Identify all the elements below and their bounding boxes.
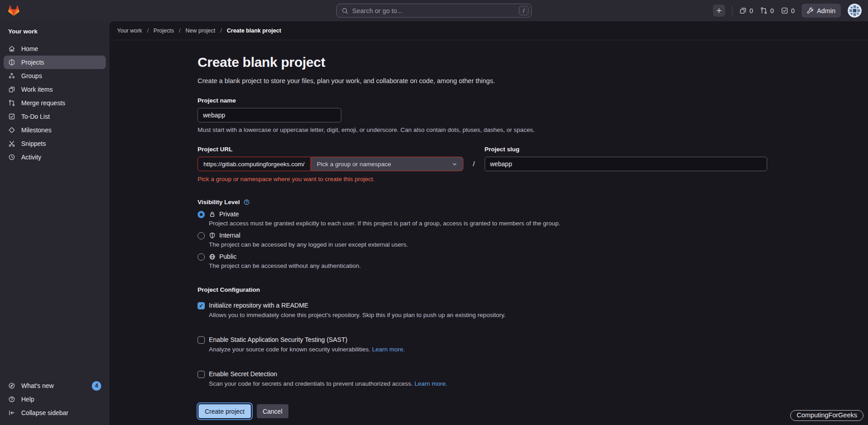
collapse-sidebar-label: Collapse sidebar bbox=[21, 409, 68, 416]
user-avatar[interactable] bbox=[848, 4, 862, 18]
project-url-label: Project URL bbox=[198, 146, 463, 153]
visibility-option-internal: Internal The project can be accessed by … bbox=[198, 232, 797, 248]
private-label-text: Private bbox=[219, 210, 239, 218]
breadcrumb-new-project[interactable]: New project bbox=[185, 28, 215, 34]
breadcrumb-current: Create blank project bbox=[227, 28, 281, 34]
readme-option-label[interactable]: Initialize repository with a README bbox=[209, 302, 797, 309]
project-url-group: Project URL https://gitlab.computingforg… bbox=[198, 146, 463, 171]
private-radio[interactable] bbox=[198, 211, 205, 218]
visibility-label-text: Visibility Level bbox=[198, 199, 240, 205]
breadcrumb-your-work[interactable]: Your work bbox=[117, 28, 142, 34]
sast-checkbox[interactable] bbox=[198, 336, 205, 344]
sidebar-item-todo-list[interactable]: To-Do List bbox=[4, 110, 106, 123]
admin-button[interactable]: Admin bbox=[802, 4, 841, 18]
sidebar-item-activity[interactable]: Activity bbox=[4, 150, 106, 164]
cancel-button[interactable]: Cancel bbox=[257, 404, 288, 418]
whats-new-button[interactable]: What's new 4 bbox=[4, 379, 106, 392]
collapse-sidebar-icon bbox=[8, 409, 15, 416]
secret-detection-learn-more-link[interactable]: Learn more. bbox=[415, 380, 448, 387]
groups-icon bbox=[8, 72, 15, 79]
merge-requests-count: 0 bbox=[770, 7, 774, 14]
sidebar-context-title[interactable]: Your work bbox=[0, 21, 109, 40]
watermark-badge: ComputingForGeeks bbox=[790, 410, 863, 421]
config-option-readme: Initialize repository with a README Allo… bbox=[198, 302, 797, 318]
sidebar-item-label: Home bbox=[21, 45, 38, 52]
globe-icon bbox=[209, 253, 216, 260]
internal-option-label[interactable]: Internal bbox=[209, 232, 797, 239]
namespace-dropdown-placeholder: Pick a group or namespace bbox=[317, 161, 391, 168]
sidebar-footer: What's new 4 Help Collapse sidebar bbox=[0, 379, 109, 425]
issues-icon bbox=[739, 7, 747, 14]
sidebar-nav: Home Projects Groups Work items Merge re… bbox=[0, 40, 109, 166]
sidebar-item-snippets[interactable]: Snippets bbox=[4, 137, 106, 150]
top-bar: / 0 0 0 bbox=[0, 0, 868, 21]
create-project-button[interactable]: Create project bbox=[198, 404, 251, 418]
merge-request-icon bbox=[8, 99, 15, 107]
config-option-sast: Enable Static Application Security Testi… bbox=[198, 336, 797, 353]
todo-icon bbox=[8, 113, 15, 120]
configuration-section: Project Configuration Initialize reposit… bbox=[198, 286, 797, 387]
breadcrumb-separator: / bbox=[147, 28, 148, 34]
help-question-icon[interactable] bbox=[243, 199, 250, 205]
collapse-sidebar-button[interactable]: Collapse sidebar bbox=[4, 406, 106, 420]
secret-detection-label-text: Enable Secret Detection bbox=[209, 370, 277, 378]
internal-radio[interactable] bbox=[198, 232, 205, 239]
public-label-text: Public bbox=[219, 253, 236, 260]
sast-learn-more-link[interactable]: Learn more. bbox=[372, 346, 405, 353]
create-new-button[interactable] bbox=[713, 5, 725, 17]
page-title: Create blank project bbox=[198, 55, 797, 70]
sidebar-item-merge-requests[interactable]: Merge requests bbox=[4, 96, 106, 110]
sast-desc-text: Analyze your source code for known secur… bbox=[209, 346, 370, 353]
issues-counter[interactable]: 0 bbox=[739, 7, 753, 14]
project-slug-input[interactable] bbox=[485, 157, 767, 171]
readme-checkbox[interactable] bbox=[198, 302, 205, 309]
namespace-dropdown[interactable]: Pick a group or namespace bbox=[311, 157, 463, 171]
chevron-down-icon bbox=[452, 161, 458, 167]
sidebar-item-home[interactable]: Home bbox=[4, 42, 106, 56]
sidebar-item-label: Projects bbox=[21, 59, 44, 66]
project-name-input[interactable] bbox=[198, 108, 341, 122]
visibility-option-public: Public The project can be accessed witho… bbox=[198, 253, 797, 269]
secret-detection-checkbox[interactable] bbox=[198, 371, 205, 378]
public-option-label[interactable]: Public bbox=[209, 253, 797, 260]
help-button[interactable]: Help bbox=[4, 392, 106, 406]
global-search[interactable]: / bbox=[336, 4, 532, 18]
sidebar-item-projects[interactable]: Projects bbox=[4, 56, 106, 69]
private-option-label[interactable]: Private bbox=[209, 210, 797, 218]
topbar-divider bbox=[732, 6, 732, 16]
gitlab-logo[interactable] bbox=[6, 4, 21, 18]
todo-icon bbox=[781, 7, 788, 14]
issues-count: 0 bbox=[750, 7, 753, 14]
secret-detection-desc-text: Scan your code for secrets and credentia… bbox=[209, 380, 413, 387]
internal-label-text: Internal bbox=[219, 232, 241, 239]
whats-new-label: What's new bbox=[21, 382, 54, 389]
admin-label: Admin bbox=[817, 7, 835, 14]
project-slug-group: Project slug bbox=[485, 146, 767, 171]
question-icon bbox=[8, 396, 15, 403]
configuration-label: Project Configuration bbox=[198, 286, 797, 293]
sidebar: Your work Home Projects Groups Work item… bbox=[0, 21, 109, 425]
visibility-option-private: Private Project access must be granted e… bbox=[198, 210, 797, 227]
form-actions: Create project Cancel bbox=[198, 404, 797, 418]
lock-icon bbox=[209, 211, 216, 218]
sidebar-item-label: To-Do List bbox=[21, 113, 50, 120]
breadcrumb-projects[interactable]: Projects bbox=[154, 28, 174, 34]
sidebar-item-milestones[interactable]: Milestones bbox=[4, 123, 106, 137]
snippets-icon bbox=[8, 140, 15, 147]
page-subtitle: Create a blank project to store your fil… bbox=[198, 77, 797, 84]
wrench-icon bbox=[807, 7, 814, 14]
sidebar-item-label: Activity bbox=[21, 154, 41, 161]
home-icon bbox=[8, 45, 15, 52]
create-project-form: Create blank project Create a blank proj… bbox=[109, 40, 815, 418]
activity-icon bbox=[8, 154, 15, 161]
todos-counter[interactable]: 0 bbox=[781, 7, 795, 14]
sidebar-item-groups[interactable]: Groups bbox=[4, 69, 106, 83]
secret-detection-option-label[interactable]: Enable Secret Detection bbox=[209, 370, 797, 378]
search-input[interactable] bbox=[352, 7, 515, 14]
sidebar-item-work-items[interactable]: Work items bbox=[4, 83, 106, 96]
sast-option-label[interactable]: Enable Static Application Security Testi… bbox=[209, 336, 797, 343]
merge-requests-counter[interactable]: 0 bbox=[760, 7, 774, 14]
projects-icon bbox=[8, 59, 15, 66]
public-radio[interactable] bbox=[198, 253, 205, 261]
visibility-label: Visibility Level bbox=[198, 199, 797, 205]
